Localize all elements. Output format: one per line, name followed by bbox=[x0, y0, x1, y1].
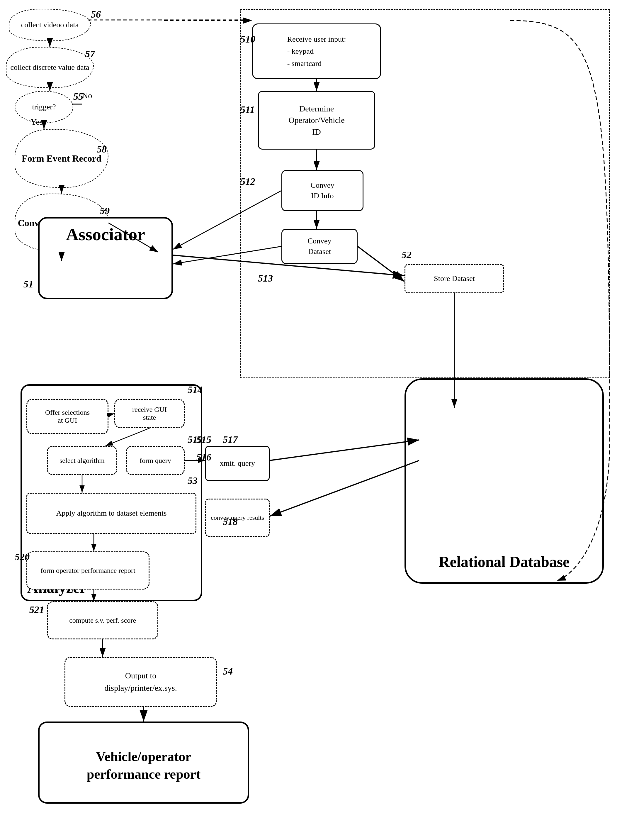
box-relational-db: Relational Database bbox=[404, 378, 604, 583]
num-514: 514 bbox=[188, 384, 203, 396]
box-det-operator: DetermineOperator/VehicleID bbox=[258, 91, 375, 150]
box-xmit-query: xmit. query bbox=[205, 446, 270, 481]
num-52: 52 bbox=[402, 249, 412, 260]
num-515: 515 bbox=[197, 434, 211, 445]
box-store-dataset: Store Dataset bbox=[404, 264, 504, 293]
box-form-perf: form operator performance report bbox=[26, 551, 149, 590]
num-513: 513 bbox=[258, 273, 273, 284]
num-58: 58 bbox=[97, 144, 107, 155]
num-512: 512 bbox=[240, 176, 255, 187]
trigger-yes-label: Yes bbox=[31, 117, 43, 127]
num-517: 517 bbox=[223, 434, 238, 445]
svg-line-14 bbox=[173, 246, 281, 264]
num-516: 516 bbox=[197, 452, 211, 463]
svg-line-13 bbox=[358, 246, 404, 281]
num-53: 53 bbox=[188, 475, 198, 486]
cloud-collect-discrete: collect discrete value data bbox=[6, 47, 94, 88]
box-receive-gui: receive GUIstate bbox=[114, 399, 184, 428]
num-54: 54 bbox=[223, 666, 233, 677]
num-510: 510 bbox=[240, 34, 255, 45]
num-520: 520 bbox=[15, 551, 30, 562]
num-56: 56 bbox=[91, 9, 101, 20]
num-521: 521 bbox=[29, 604, 44, 615]
num-55: 55 bbox=[73, 91, 83, 102]
num-57: 57 bbox=[85, 48, 95, 60]
box-output: Output todisplay/printer/ex.sys. bbox=[64, 657, 217, 707]
trigger-no-label: No bbox=[82, 91, 92, 100]
box-form-query: form query bbox=[126, 446, 184, 475]
box-convey-id: ConveyID Info bbox=[281, 170, 363, 211]
box-receive-input: Receive user input:- keypad- smartcard bbox=[252, 23, 381, 79]
svg-line-12 bbox=[173, 191, 281, 249]
svg-line-18 bbox=[270, 460, 419, 516]
box-convey-dataset: ConveyDataset bbox=[281, 229, 358, 264]
num-511: 511 bbox=[240, 104, 255, 115]
cloud-collect-video: collect videoo data bbox=[9, 9, 91, 41]
cloud-form-event: Form Event Record bbox=[15, 129, 108, 188]
cloud-trigger: trigger? bbox=[15, 91, 73, 123]
box-offer-selections: Offer selectionsat GUI bbox=[26, 399, 108, 434]
box-compute-sv: compute s.v. perf. score bbox=[47, 601, 158, 639]
num-51: 51 bbox=[23, 279, 34, 290]
box-select-algo: select algorithm bbox=[47, 446, 117, 475]
diagram-container: collect videoo data collect discrete val… bbox=[0, 0, 622, 840]
box-apply-algo: Apply algorithm to dataset elements bbox=[26, 493, 197, 534]
num-59: 59 bbox=[100, 205, 110, 217]
svg-line-17 bbox=[270, 440, 419, 460]
num-518: 518 bbox=[223, 516, 238, 527]
box-associator: Associator Form Association bbox=[38, 217, 173, 299]
box-vehicle-report: Vehicle/operatorperformance report Singl… bbox=[38, 721, 249, 803]
